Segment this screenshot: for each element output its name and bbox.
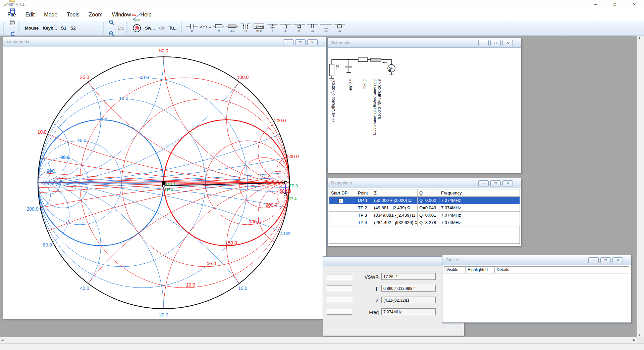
chart-canvas[interactable]: 10.025.050.0100.0200.0500.010.025.050.01… [3, 47, 325, 318]
transformer-button[interactable]: n:1 [239, 21, 252, 35]
sweep-button[interactable]: Sw... [143, 26, 157, 31]
circles-window-titlebar[interactable]: Circles ─ □ ✕ [442, 255, 631, 265]
readout-empty-field[interactable] [327, 274, 352, 280]
transmission-line[interactable] [370, 58, 381, 61]
menu-mode[interactable]: Mode [39, 10, 62, 20]
toolbar-gripper [18, 23, 21, 34]
close-icon[interactable]: ✕ [625, 0, 644, 9]
series-resistor[interactable] [358, 58, 368, 61]
svg-text:500.0: 500.0 [287, 154, 299, 159]
menu-tools[interactable]: Tools [62, 10, 84, 20]
app-titlebar: Smith V4.1 ─ □ ✕ [0, 0, 644, 9]
series-capacitor-button[interactable]: C [185, 21, 198, 35]
maximize-icon[interactable]: □ [295, 39, 306, 45]
table-row-tp-4[interactable]: TP 4(284.492 - j932.626) ΩQ=3.2787.074MH… [329, 219, 520, 226]
save-icon[interactable] [9, 5, 16, 17]
minimize-icon[interactable]: ─ [478, 180, 489, 186]
shunt-rlc-icon [334, 23, 345, 30]
menu-edit[interactable]: Edit [21, 10, 40, 20]
zoom-in-icon[interactable] [108, 17, 115, 28]
toolbar-gripper [181, 23, 183, 34]
menu-zoom[interactable]: Zoom [84, 10, 107, 20]
series-inductor-button[interactable]: L [199, 21, 212, 35]
shunt-inductor-button[interactable]: L [279, 21, 292, 35]
column-header-q[interactable]: Q [418, 189, 439, 197]
chart-window-titlebar[interactable]: <unnamed> ─ □ ✕ [3, 37, 326, 47]
s2-button[interactable]: S2 [68, 26, 78, 31]
column-header-frequency[interactable]: Frequency [439, 189, 520, 197]
line-button[interactable]: Line [226, 21, 238, 35]
scrollbar-corner [637, 337, 644, 343]
maximize-icon[interactable]: □ [490, 180, 501, 186]
readout-empty-field[interactable] [327, 285, 352, 291]
scroll-up-icon[interactable]: ▲ [637, 36, 642, 39]
svg-text:200.0: 200.0 [274, 118, 286, 123]
start-dp-checkbox[interactable]: ✓ [338, 199, 343, 203]
svg-text:200.0: 200.0 [266, 202, 277, 208]
print-icon[interactable] [9, 17, 16, 28]
close-icon[interactable]: ✕ [307, 39, 318, 45]
mouse-button[interactable]: Mouse [23, 26, 41, 31]
open-icon[interactable] [9, 0, 16, 5]
scroll-left-icon[interactable]: ◀ [1, 339, 3, 342]
freq-field[interactable]: 7.074MHz [381, 308, 436, 315]
table-row-tp-3[interactable]: TP 3(3349.881 - j2.439) ΩQ=0.0017.074MHz [329, 212, 520, 219]
vswr-field[interactable]: 17.26 :1 [381, 273, 436, 280]
series-resistor-button[interactable]: R [212, 21, 225, 35]
z-field[interactable]: (4.11-j32.32)Ω [381, 297, 436, 303]
close-icon[interactable]: ✕ [612, 257, 623, 263]
svg-text:40.0: 40.0 [80, 286, 89, 291]
marker-dp-1[interactable] [162, 181, 166, 185]
circles-target-icon[interactable] [132, 23, 142, 34]
column-header-start-dp[interactable]: Start DP [329, 189, 356, 197]
minimize-icon[interactable]: ─ [586, 0, 605, 9]
schematic-canvas[interactable]: ~ ZL Zin (50.00+j0.00)Ω@7.1MHz 22.0pF 3.… [328, 48, 521, 173]
tune-button[interactable]: Tu... [167, 26, 180, 31]
sc-splot-icon[interactable]: SCSPlot [132, 11, 142, 23]
minimize-icon[interactable]: ─ [588, 257, 599, 263]
readout-empty-field[interactable] [327, 297, 352, 303]
scroll-right-icon[interactable]: ▶ [633, 339, 635, 342]
open-stub-icon [307, 23, 318, 30]
s1-button[interactable]: S1 [59, 26, 68, 31]
datapoints-window-titlebar[interactable]: Datapoints ─ □ ✕ [328, 178, 521, 188]
circles-column-highlighted[interactable]: Highlighted [466, 267, 495, 273]
gamma-field[interactable]: 0.890 / -113.998 ° [381, 285, 436, 292]
maximize-icon[interactable]: □ [600, 257, 611, 263]
circles-column-visible[interactable]: Visible [444, 267, 466, 273]
vertical-scrollbar[interactable]: ▲ ▼ [637, 36, 642, 337]
load-resistor[interactable] [329, 64, 334, 76]
schematic-window-titlebar: Schematic ─ □ ✕ [328, 38, 521, 48]
clear-button[interactable]: Clr [157, 26, 167, 31]
marker-tp-3[interactable] [284, 182, 287, 184]
shunt-capacitor-button[interactable]: C [266, 21, 279, 35]
table-row-tp-2[interactable]: TP 2(49.881 - j2.439) ΩQ=0.0497.074MHz [329, 204, 520, 212]
close-icon[interactable]: ✕ [502, 180, 513, 186]
open-stub-button[interactable]: os [306, 21, 319, 35]
short-stub-button[interactable]: ss [320, 21, 332, 35]
maximize-icon[interactable]: □ [605, 0, 625, 9]
shunt-resistor-button[interactable]: R [293, 21, 306, 35]
horizontal-scrollbar[interactable]: ◀ ▶ [0, 337, 637, 343]
column-header-point[interactable]: Point [356, 189, 372, 197]
smith-chart-svg[interactable]: 10.025.050.0100.0200.0500.010.025.050.01… [3, 47, 325, 318]
svg-text:20.0: 20.0 [159, 312, 168, 317]
keyboard-button[interactable]: Keyb... [41, 26, 59, 31]
shunt-rlc-button[interactable]: ss [333, 21, 346, 35]
table-row-dp-1[interactable]: ✓DP 1(50.000 + j0.000) ΩQ=0.0007.074MHz [329, 197, 520, 204]
schematic-window: Schematic ─ □ ✕ ~ [327, 38, 521, 173]
datapoints-table[interactable]: Start DPPointZQFrequency ✓DP 1(50.000 + … [329, 189, 520, 226]
point-label-dp-1: DP 1 [166, 182, 176, 187]
marker-tp-4[interactable] [284, 193, 286, 196]
maximize-icon[interactable]: □ [490, 40, 501, 46]
zoom-ratio-button[interactable]: 1:1 [116, 26, 125, 31]
series-rlc-button[interactable]: RLC [253, 21, 265, 35]
readout-empty-field[interactable] [327, 309, 352, 315]
scroll-down-icon[interactable]: ▼ [637, 334, 642, 337]
minimize-icon[interactable]: ─ [478, 40, 489, 46]
minimize-icon[interactable]: ─ [283, 39, 293, 45]
close-icon[interactable]: ✕ [502, 40, 513, 46]
column-header-z[interactable]: Z [372, 189, 418, 197]
circles-column-details[interactable]: Details [495, 267, 629, 273]
svg-text:4.0m: 4.0m [140, 75, 151, 80]
